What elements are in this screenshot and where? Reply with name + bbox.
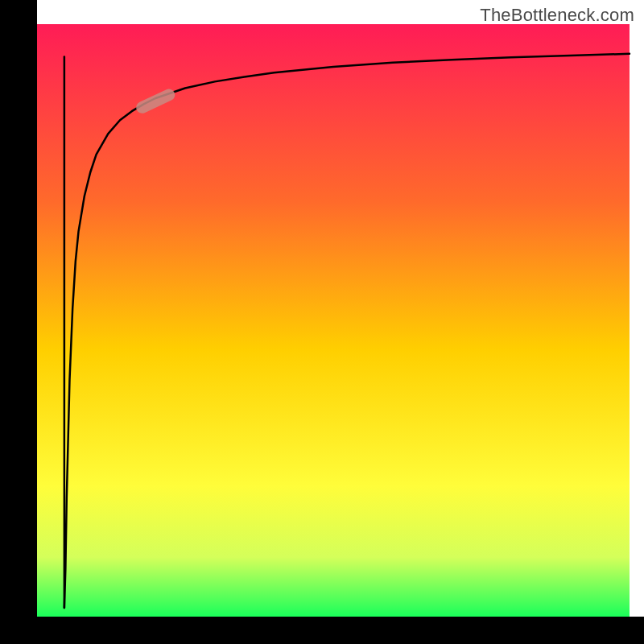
chart-svg (0, 0, 644, 644)
watermark-text: TheBottleneck.com (480, 5, 634, 26)
gradient-background (37, 24, 630, 617)
chart-root: TheBottleneck.com (0, 0, 644, 644)
x-axis-bar (0, 617, 644, 644)
y-axis-bar (0, 0, 37, 644)
